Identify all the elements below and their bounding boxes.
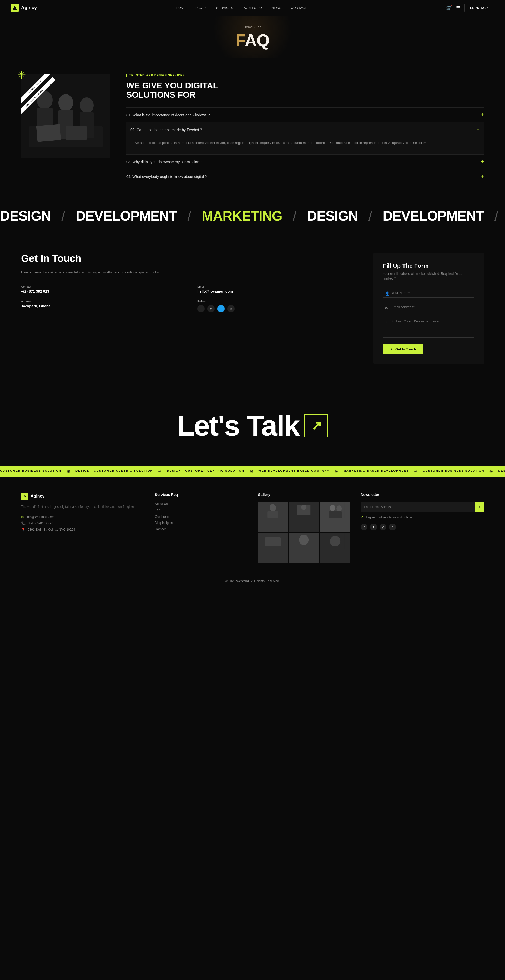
faq-question-2[interactable]: 02. Can I use the demos made by Ewebot ?… [130,127,480,133]
nav-links: HOME PAGES SERVICES PORTFOLIO NEWS CONTA… [176,6,307,10]
lets-talk-button[interactable]: LET'S TALK [464,4,494,12]
submit-button[interactable]: ✦ Get In Touch [383,344,423,354]
vimeo-icon[interactable]: v [207,305,214,312]
svg-point-26 [299,535,309,545]
ticker-dot-4: ✳ [335,469,338,474]
marquee-sep-3: / [293,208,297,224]
marquee-dev-1: DEVELOPMENT [76,208,177,224]
footer-bottom: © 2023 Webtend . All Rights Reserved. [21,574,484,583]
nav-pages[interactable]: PAGES [195,6,207,10]
footer-link-contact[interactable]: Contact [155,527,247,531]
message-icon: ✓ [385,320,388,324]
gallery-grid [258,502,350,563]
faq-question-1[interactable]: 01. What is the importance of doors and … [126,112,484,118]
gallery-thumb-1[interactable] [258,502,288,532]
nav-right: 🛒 ☰ LET'S TALK [446,4,494,12]
facebook-icon[interactable]: f [197,305,205,312]
faq-heading: WE GIVE YOU DIGITAL SOLUTIONS FOR [126,81,484,100]
svg-rect-22 [329,511,341,518]
gallery-thumb-2[interactable] [289,502,319,532]
faq-toggle-4[interactable]: + [481,173,484,180]
footer-grid: A Agincy The world's first and largest d… [21,493,484,563]
svg-rect-24 [265,537,281,546]
footer-facebook[interactable]: f [360,523,367,530]
gallery-thumb-3[interactable] [320,502,350,532]
marquee-sep-2: / [187,208,191,224]
faq-item-2: 02. Can I use the demos made by Ewebot ?… [126,122,484,154]
footer-link-faq[interactable]: Faq [155,508,247,512]
contact-phone: +(2) 871 382 023 [21,289,187,293]
footer-address: 6391 Elgin St. Celina, NYC 10299 [28,528,75,531]
faq-tag: TRUSTED WEB DESIGN SERVICES [126,74,484,77]
footer-link-team[interactable]: Our Team [155,515,247,518]
twitter-icon[interactable]: t [217,305,225,312]
contact-grid: Contact +(2) 871 382 023 Email hello@joy… [21,285,363,312]
nav-home[interactable]: HOME [176,6,186,10]
faq-toggle-1[interactable]: + [481,112,484,118]
lets-talk-heading: Let's Talk ↗ [21,411,484,440]
footer-link-about[interactable]: About Us [155,502,247,506]
marquee-sep-4: / [368,208,372,224]
footer-phone-item: 📞 684 555-0102 490 [21,521,145,525]
faq-question-text-2: 02. Can I use the demos made by Ewebot ? [130,128,202,132]
ticker-dot-5: ✳ [414,469,418,474]
faq-question-4[interactable]: 04. What everybody ought to know about d… [126,173,484,180]
message-input[interactable] [383,317,475,338]
contact-info: Get In Touch Lorem ipsum dolor sit amet … [21,253,363,322]
footer-address-icon: 📍 [21,528,25,532]
address-label: Address [21,300,187,303]
footer-twitter[interactable]: t [370,523,377,530]
name-input[interactable] [383,288,475,298]
faq-toggle-3[interactable]: + [481,159,484,165]
footer-logo-icon: A [21,493,29,500]
contact-email-group: Email hello@joyamen.com [197,285,363,293]
gallery-thumb-6[interactable] [320,533,350,563]
marquee-marketing-1: MARKETING [202,208,282,224]
menu-icon[interactable]: ☰ [456,5,460,11]
footer-phone-icon: 📞 [21,521,25,525]
form-email-group: ✉ [383,302,475,312]
marquee-sep-1: / [61,208,65,224]
footer-pinterest[interactable]: p [389,523,396,530]
cart-icon[interactable]: 🛒 [446,5,452,11]
form-subtitle: Your email address will not be published… [383,271,475,281]
lets-talk-text: Let's Talk [177,411,299,440]
contact-address-group: Address Jackpark, Ghana [21,300,187,312]
form-title: Fill Up The Form [383,262,475,269]
footer-link-blog[interactable]: Blog Insights [155,521,247,525]
contact-form: Fill Up The Form Your email address will… [373,253,484,364]
ticker-dot-6: ✳ [489,469,493,474]
ticker-strip: CUSTOMER BUSINESS SOLUTION ✳ DESIGN - CU… [0,466,505,477]
faq-image-column: ✳ DESIGN - CUST BUSINESS SOLUTION [21,74,110,158]
footer-email-item: ✉ Info@Webmail.Com [21,515,145,519]
faq-question-3[interactable]: 03. Why didn't you showcase my submissio… [126,159,484,165]
faq-toggle-2[interactable]: − [476,127,480,133]
contact-social-group: Follow f v t in [197,300,363,312]
contact-desc: Lorem ipsum dolor sit amet consectetur a… [21,270,363,275]
faq-item-4: 04. What everybody ought to know about d… [126,169,484,184]
newsletter-submit[interactable]: › [475,502,484,512]
nav-contact[interactable]: CONTACT [291,6,307,10]
ticker-track: CUSTOMER BUSINESS SOLUTION ✳ DESIGN - CU… [0,469,505,474]
svg-rect-28 [330,536,340,546]
gallery-thumb-4[interactable] [258,533,288,563]
email-input[interactable] [383,302,475,312]
footer-services-title: Services Req [155,493,247,497]
svg-point-21 [337,505,341,512]
footer-instagram[interactable]: ◎ [380,523,386,530]
gallery-thumb-5[interactable] [289,533,319,563]
newsletter-input[interactable] [360,502,475,512]
ticker-5: MARKETING BASED DEVELOPMENT [343,469,409,474]
linkedin-icon[interactable]: in [227,305,235,312]
nav-services[interactable]: SERVICES [216,6,233,10]
nav-news[interactable]: NEWS [272,6,281,10]
faq-section: ✳ DESIGN - CUST BUSINESS SOLUTION [0,58,505,200]
nav-portfolio[interactable]: PORTFOLIO [243,6,262,10]
marquee-track: DESIGN / DEVELOPMENT / MARKETING / DESIG… [0,208,505,224]
contact-section: Get In Touch Lorem ipsum dolor sit amet … [0,232,505,385]
contact-address: Jackpark, Ghana [21,304,187,308]
nav-logo[interactable]: Agincy [11,4,37,12]
lets-talk-section: Let's Talk ↗ [0,385,505,466]
ticker-7: DESIGN - CUSTOMER CENTRIC SOLUTION [498,469,505,474]
arrow-icon[interactable]: ↗ [304,414,328,438]
